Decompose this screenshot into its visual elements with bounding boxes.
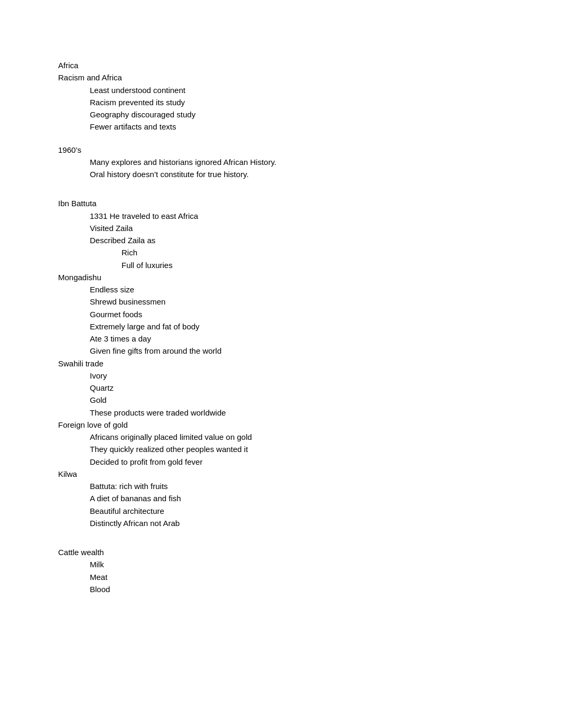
- subitem-mongadishu-0: Endless size: [58, 283, 508, 296]
- subitem-racism-and-africa-2: Geography discouraged study: [58, 108, 508, 121]
- subitem-kilwa-3: Distinctly African not Arab: [58, 517, 508, 529]
- subitem-swahili-trade-2: Gold: [58, 394, 508, 406]
- section-heading-kilwa: Kilwa: [58, 468, 508, 480]
- subitem-swahili-trade-3: These products were traded worldwide: [58, 407, 508, 419]
- subitem-ibn-battuta-2: Described Zaila as: [58, 234, 508, 246]
- section-heading-ibn-battuta: Ibn Battuta: [58, 197, 508, 209]
- section-heading-racism-and-africa: Racism and Africa: [58, 71, 508, 84]
- subitem-mongadishu-3: Extremely large and fat of body: [58, 320, 508, 333]
- section-heading-cattle-wealth: Cattle wealth: [58, 546, 508, 558]
- subitem-ibn-battuta-1: Visited Zaila: [58, 222, 508, 234]
- subitem-1960s-1: Oral history doesn’t constitute for true…: [58, 168, 508, 180]
- subitem-racism-and-africa-1: Racism prevented its study: [58, 96, 508, 108]
- subitem-foreign-love-of-gold-1: They quickly realized other peoples want…: [58, 443, 508, 455]
- section-kilwa: KilwaBattuta: rich with fruitsA diet of …: [58, 468, 508, 529]
- section-heading-swahili-trade: Swahili trade: [58, 357, 508, 370]
- section-ibn-battuta: Ibn Battuta1331 He traveled to east Afri…: [58, 197, 508, 271]
- subitem-racism-and-africa-3: Fewer artifacts and texts: [58, 121, 508, 133]
- subitem-ibn-battuta-0: 1331 He traveled to east Africa: [58, 210, 508, 222]
- subitem-ibn-battuta-3: Rich: [58, 246, 508, 259]
- notes-body: AfricaRacism and AfricaLeast understood …: [58, 59, 508, 595]
- section-swahili-trade: Swahili tradeIvoryQuartzGoldThese produc…: [58, 357, 508, 419]
- subitem-cattle-wealth-2: Blood: [58, 583, 508, 595]
- subitem-racism-and-africa-0: Least understood continent: [58, 84, 508, 96]
- section-mongadishu: MongadishuEndless sizeShrewd businessmen…: [58, 271, 508, 357]
- section-heading-1960s: 1960’s: [58, 144, 508, 156]
- section-1960s: 1960’sMany explores and historians ignor…: [58, 144, 508, 181]
- subitem-cattle-wealth-1: Meat: [58, 571, 508, 583]
- subitem-1960s-0: Many explores and historians ignored Afr…: [58, 156, 508, 168]
- subitem-foreign-love-of-gold-2: Decided to profit from gold fever: [58, 456, 508, 468]
- subitem-swahili-trade-0: Ivory: [58, 370, 508, 382]
- page-content: AfricaRacism and AfricaLeast understood …: [58, 59, 508, 595]
- section-foreign-love-of-gold: Foreign love of goldAfricans originally …: [58, 419, 508, 468]
- subitem-mongadishu-5: Given fine gifts from around the world: [58, 345, 508, 357]
- subitem-kilwa-1: A diet of bananas and fish: [58, 492, 508, 504]
- section-heading-foreign-love-of-gold: Foreign love of gold: [58, 419, 508, 431]
- section-racism-and-africa: Racism and AfricaLeast understood contin…: [58, 71, 508, 133]
- subitem-swahili-trade-1: Quartz: [58, 382, 508, 394]
- subitem-mongadishu-2: Gourmet foods: [58, 308, 508, 320]
- section-africa: Africa: [58, 59, 508, 71]
- subitem-foreign-love-of-gold-0: Africans originally placed limited value…: [58, 431, 508, 443]
- subitem-kilwa-0: Battuta: rich with fruits: [58, 480, 508, 492]
- subitem-cattle-wealth-0: Milk: [58, 558, 508, 570]
- subitem-ibn-battuta-4: Full of luxuries: [58, 259, 508, 271]
- section-heading-africa: Africa: [58, 59, 508, 71]
- subitem-mongadishu-4: Ate 3 times a day: [58, 333, 508, 345]
- subitem-kilwa-2: Beautiful architecture: [58, 505, 508, 517]
- section-cattle-wealth: Cattle wealthMilkMeatBlood: [58, 546, 508, 595]
- section-heading-mongadishu: Mongadishu: [58, 271, 508, 283]
- subitem-mongadishu-1: Shrewd businessmen: [58, 296, 508, 308]
